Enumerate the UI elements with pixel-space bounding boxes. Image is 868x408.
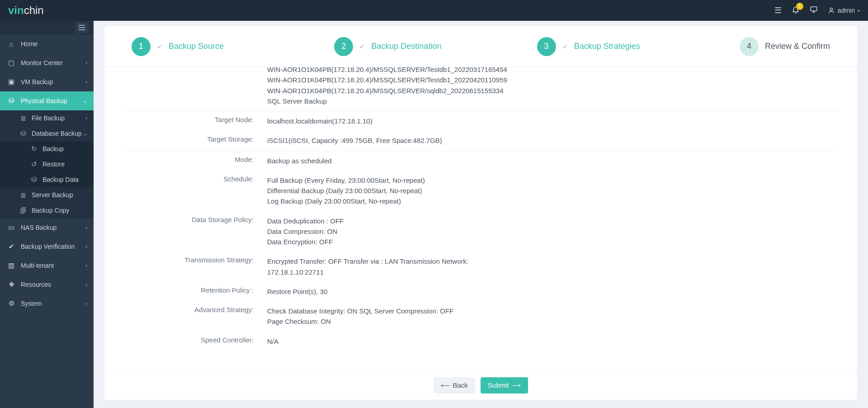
schedule-line: Log Backup (Daily 23:00:00Start, No-repe… <box>267 196 425 206</box>
sidebar-item-file-backup[interactable]: 🗎 File Backup › <box>0 110 94 126</box>
review-row-schedule: Schedule: Full Backup (Every Friday, 23:… <box>123 171 839 211</box>
field-label: Schedule: <box>123 175 267 207</box>
step-backup-strategies[interactable]: 3 ✔ Backup Strategies <box>537 37 740 56</box>
field-value: Backup as scheduled <box>267 156 332 166</box>
sidebar-collapse-row <box>0 21 94 34</box>
database-icon: ⛁ <box>7 97 15 105</box>
field-value: Restore Point(s), 30 <box>267 286 327 297</box>
chevron-right-icon: › <box>85 281 87 288</box>
sidebar-item-database-backup[interactable]: ⛁ Database Backup ⌄ <box>0 126 94 141</box>
review-row-retention: Retention Policy : Restore Point(s), 30 <box>123 282 839 301</box>
field-label: Target Storage: <box>123 135 267 146</box>
vm-icon: ▣ <box>7 78 15 86</box>
sidebar-nav: ⌂ Home ▢ Monitor Center › ▣ VM Backup › … <box>0 34 94 313</box>
review-body[interactable]: WIN-AOR1O1K04PB(172.18.20.4)/MSSQLSERVER… <box>104 67 857 370</box>
sidebar-item-label: Home <box>21 40 38 47</box>
notif-badge: 1 <box>796 3 803 10</box>
sidebar-item-physical-backup[interactable]: ⛁ Physical Backup ⌄ <box>0 91 94 110</box>
field-label <box>123 67 267 106</box>
submit-label: Submit <box>488 381 509 389</box>
advanced-line: Check Database Integrity: ON SQL Server … <box>267 306 453 316</box>
step-label: Backup Strategies <box>574 42 640 51</box>
field-value: Full Backup (Every Friday, 23:00:00Start… <box>267 175 425 207</box>
user-menu[interactable]: admin ▾ <box>828 7 860 14</box>
source-line: WIN-AOR1O1K04PB(172.18.20.4)/MSSQLSERVER… <box>267 85 507 96</box>
bell-icon[interactable]: 1 <box>792 5 800 16</box>
source-line: WIN-AOR1O1K04PB(172.18.20.4)/MSSQLSERVER… <box>267 67 507 75</box>
sidebar: ⌂ Home ▢ Monitor Center › ▣ VM Backup › … <box>0 21 94 408</box>
step-label: Backup Destination <box>371 42 441 51</box>
sidebar-toggle[interactable] <box>75 22 88 33</box>
review-row-speed: Speed Controller: N/A <box>123 332 839 351</box>
sidebar-item-backup-data[interactable]: ⛁ Backup Data <box>0 172 94 187</box>
sidebar-item-label: File Backup <box>32 114 65 122</box>
chevron-down-icon: ⌄ <box>83 98 87 104</box>
sidebar-item-label: Monitor Center <box>21 59 63 66</box>
sidebar-item-nas-backup[interactable]: ▭ NAS Backup › <box>0 218 94 237</box>
field-label: Retention Policy : <box>123 286 267 297</box>
sidebar-item-backup-verification[interactable]: ✔ Backup Verification › <box>0 237 94 256</box>
review-row-data-storage: Data Storage Policy: Data Deduplication … <box>123 211 839 252</box>
wizard-footer: ⟵ Back Submit ⟶ <box>104 370 857 400</box>
sidebar-active-notch <box>94 118 97 125</box>
sidebar-item-vm-backup[interactable]: ▣ VM Backup › <box>0 72 94 91</box>
gear-icon: ⚙ <box>7 299 15 308</box>
monitor-center-icon: ▢ <box>7 59 15 67</box>
database-icon: ⛁ <box>19 129 27 138</box>
step-review-confirm[interactable]: 4 Review & Confirm <box>740 37 830 56</box>
restore-icon: ↺ <box>30 160 38 168</box>
policy-line: Data Compression: ON <box>267 226 344 237</box>
content-area: 1 ✔ Backup Source 2 ✔ Backup Destination… <box>94 21 868 408</box>
field-label: Advanced Strategy: <box>123 306 267 327</box>
user-name: admin <box>838 7 855 14</box>
advanced-line: Page Checksum: ON <box>267 316 453 327</box>
wizard-panel: 1 ✔ Backup Source 2 ✔ Backup Destination… <box>104 26 857 400</box>
sidebar-item-label: System <box>21 300 42 307</box>
step-backup-destination[interactable]: 2 ✔ Backup Destination <box>334 37 537 56</box>
field-value: Encrypted Transfer: OFF Transfer via : L… <box>267 256 468 277</box>
sidebar-item-monitor[interactable]: ▢ Monitor Center › <box>0 53 94 72</box>
chevron-right-icon: › <box>85 262 87 269</box>
sidebar-item-label: Database Backup <box>32 130 82 137</box>
sidebar-item-restore[interactable]: ↺ Restore <box>0 157 94 172</box>
field-value: iSCSI1(iSCSI, Capacity :499.75GB, Free S… <box>267 135 442 146</box>
check-icon: ✔ <box>562 43 568 50</box>
policy-line: Data Deduplication : OFF <box>267 216 344 226</box>
sidebar-item-label: Backup <box>42 145 64 152</box>
step-label: Review & Confirm <box>765 42 830 51</box>
sidebar-item-backup[interactable]: ↻ Backup <box>0 141 94 157</box>
home-icon: ⌂ <box>7 40 15 48</box>
field-value: localhost.localdomain(172.18.1.10) <box>267 116 373 126</box>
wizard-steps: 1 ✔ Backup Source 2 ✔ Backup Destination… <box>104 26 857 67</box>
chevron-down-icon: ⌄ <box>83 130 87 137</box>
review-row-advanced: Advanced Strategy: Check Database Integr… <box>123 301 839 332</box>
sidebar-item-server-backup[interactable]: 🗎 Server Backup <box>0 187 94 203</box>
back-label: Back <box>453 381 467 389</box>
monitor-icon[interactable] <box>810 5 818 16</box>
chevron-down-icon: ▾ <box>858 8 860 13</box>
back-button[interactable]: ⟵ Back <box>434 377 475 394</box>
field-value: WIN-AOR1O1K04PB(172.18.20.4)/MSSQLSERVER… <box>267 67 507 106</box>
sidebar-item-home[interactable]: ⌂ Home <box>0 34 94 53</box>
check-icon: ✔ <box>157 43 162 50</box>
sidebar-item-backup-copy[interactable]: 🗐 Backup Copy <box>0 203 94 218</box>
chevron-right-icon: › <box>85 243 87 250</box>
review-row-transmission: Transmission Strategy: Encrypted Transfe… <box>123 251 839 282</box>
transmission-line: 172.18.1.10:22711 <box>267 267 468 277</box>
list-icon[interactable]: ☰ <box>774 5 782 15</box>
arrow-right-icon: ⟶ <box>512 382 521 389</box>
source-line: WIN-AOR1O1K04PB(172.18.20.4)/MSSQLSERVER… <box>267 75 507 85</box>
sidebar-item-multi-tenant[interactable]: ▥ Multi-tenant › <box>0 256 94 275</box>
chevron-right-icon: › <box>85 300 87 307</box>
sidebar-item-system[interactable]: ⚙ System › <box>0 294 94 313</box>
chevron-right-icon: › <box>85 224 87 231</box>
submit-button[interactable]: Submit ⟶ <box>481 377 528 394</box>
review-row-source: WIN-AOR1O1K04PB(172.18.20.4)/MSSQLSERVER… <box>123 67 839 111</box>
sidebar-sub-database: ↻ Backup ↺ Restore ⛁ Backup Data <box>0 141 94 187</box>
resources-icon: ❖ <box>7 280 15 289</box>
sidebar-item-resources[interactable]: ❖ Resources › <box>0 275 94 294</box>
step-backup-source[interactable]: 1 ✔ Backup Source <box>132 37 334 56</box>
brand-logo: vinchin <box>8 4 44 17</box>
step-number: 3 <box>537 37 556 56</box>
sidebar-item-label: Server Backup <box>32 191 73 199</box>
